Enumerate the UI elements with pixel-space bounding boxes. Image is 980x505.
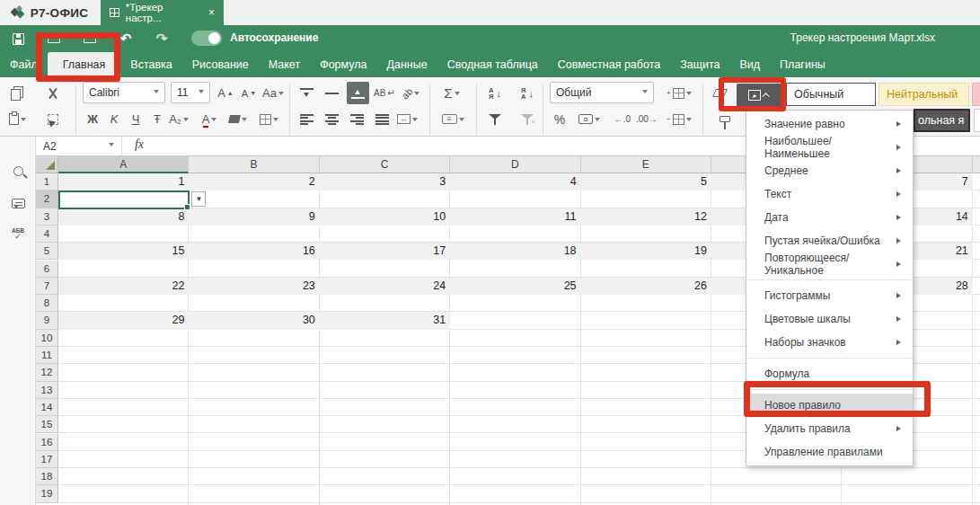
named-ranges-button[interactable]: ≡ <box>442 108 464 130</box>
paste-button[interactable] <box>7 108 27 130</box>
font-size-select[interactable]: 11 <box>171 82 210 103</box>
cf-menu-item[interactable]: Цветовые шкалы <box>746 307 913 331</box>
ribbon-tab-защита[interactable]: Защита <box>670 54 729 77</box>
row-header-16[interactable]: 16 <box>36 434 58 451</box>
tab-close-icon[interactable]: × <box>208 6 215 19</box>
cell-reference-box[interactable]: A2 <box>36 137 122 155</box>
filter-button[interactable] <box>485 108 505 130</box>
cf-menu-item[interactable]: Наборы значков <box>746 331 913 354</box>
insert-cells-button[interactable]: + <box>667 82 692 104</box>
row-header-18[interactable]: 18 <box>36 468 58 485</box>
row-header-8[interactable]: 8 <box>36 295 58 312</box>
orientation-button[interactable]: ab <box>401 82 420 104</box>
column-header-H[interactable]: H <box>973 156 980 173</box>
subscript-button[interactable]: A₂ <box>169 108 189 130</box>
cell-value[interactable]: 30 <box>189 312 319 329</box>
merge-cells-button[interactable]: ↔ <box>397 108 418 130</box>
bold-button[interactable]: Ж <box>83 108 102 130</box>
strikethrough-button[interactable]: Ŧ <box>147 108 167 130</box>
cell-dropdown-button[interactable]: ▼ <box>191 191 206 207</box>
increase-decimal-button[interactable]: .00→ <box>636 108 658 130</box>
delete-cells-button[interactable]: − <box>667 108 692 130</box>
selected-cell[interactable] <box>58 190 190 208</box>
align-bottom-button[interactable] <box>347 82 369 104</box>
row-header-5[interactable]: 5 <box>36 243 58 260</box>
decrease-decimal-button[interactable]: ←.0 <box>613 108 632 130</box>
cut-button[interactable] <box>43 82 63 104</box>
select-tool-button[interactable] <box>43 108 63 130</box>
row-header-13[interactable]: 13 <box>36 382 58 399</box>
app-logo[interactable]: Р7-ОФИС <box>0 0 99 25</box>
cell-value[interactable]: 10 <box>320 208 450 226</box>
row-header-19[interactable]: 19 <box>36 485 58 502</box>
autosum-button[interactable]: Σ <box>442 82 462 104</box>
cf-menu-item[interactable]: Текст <box>746 182 913 206</box>
search-button[interactable] <box>9 162 27 180</box>
cell-value[interactable]: 12 <box>581 208 711 226</box>
fx-icon[interactable]: fx <box>128 137 151 152</box>
cell-value[interactable]: 22 <box>58 278 189 295</box>
cf-menu-item[interactable]: Дата <box>746 206 913 229</box>
column-header-B[interactable]: B <box>189 156 319 173</box>
align-top-button[interactable] <box>296 82 316 104</box>
borders-button[interactable] <box>259 108 278 130</box>
ribbon-tab-совместная-работа[interactable]: Совместная работа <box>548 54 670 77</box>
row-header-17[interactable]: 17 <box>36 451 58 468</box>
row-header-9[interactable]: 9 <box>36 312 58 329</box>
cell-value[interactable]: 19 <box>581 243 711 260</box>
cell-style-normal[interactable]: Обычный <box>786 83 876 106</box>
cell-value[interactable]: 18 <box>450 243 580 260</box>
align-left-button[interactable] <box>296 108 316 130</box>
cell-value[interactable]: 16 <box>189 243 319 260</box>
cell-style-bad[interactable]: П <box>972 83 980 106</box>
clear-filter-button[interactable]: × <box>517 108 537 130</box>
align-center-button[interactable] <box>322 108 341 130</box>
row-header-2[interactable]: 2 <box>36 190 58 208</box>
cell-value[interactable]: 4 <box>450 173 580 190</box>
column-header-C[interactable]: C <box>320 156 450 173</box>
cf-menu-item[interactable]: Значение равно <box>746 112 913 136</box>
number-format-select[interactable]: Общий <box>550 82 654 103</box>
cell-value[interactable]: 8 <box>58 208 189 226</box>
cell-value[interactable]: 26 <box>581 278 711 295</box>
percent-style-button[interactable]: % <box>550 108 569 130</box>
comments-button[interactable] <box>9 194 27 212</box>
cell-style-check-cell[interactable]: ольная я <box>914 109 970 132</box>
currency-style-button[interactable]: ¤ <box>578 108 600 130</box>
cell-style-next[interactable]: Г <box>974 109 980 132</box>
column-header-A[interactable]: A <box>58 156 189 173</box>
cell-value[interactable]: 11 <box>450 208 580 226</box>
row-header-1[interactable]: 1 <box>36 173 58 190</box>
row-header-10[interactable]: 10 <box>36 330 58 347</box>
sort-ascending-button[interactable]: АЯ↓ <box>485 82 505 104</box>
cf-menu-item[interactable]: Наибольшее/Наименьшее <box>746 136 913 159</box>
spellcheck-button[interactable]: АБВ✓ <box>9 225 27 243</box>
underline-button[interactable]: Ч <box>126 108 146 130</box>
wrap-text-button[interactable]: АВ↵ <box>374 82 395 104</box>
ribbon-tab-вставка[interactable]: Вставка <box>120 54 181 77</box>
cell-value[interactable]: 15 <box>58 243 189 260</box>
align-middle-button[interactable] <box>322 82 341 104</box>
sort-descending-button[interactable]: ЯА↓ <box>517 82 537 104</box>
ribbon-tab-рисование[interactable]: Рисование <box>182 54 259 77</box>
cell-value[interactable]: 31 <box>320 312 450 329</box>
justify-button[interactable] <box>372 108 392 130</box>
ribbon-tab-плагины[interactable]: Плагины <box>770 54 835 77</box>
row-header-4[interactable]: 4 <box>36 226 58 243</box>
autosave-toggle[interactable] <box>191 31 222 46</box>
ribbon-tab-формула[interactable]: Формула <box>310 54 376 77</box>
redo-button[interactable]: ↷ <box>153 30 171 48</box>
ribbon-tab-сводная-таблица[interactable]: Сводная таблица <box>437 54 548 77</box>
fill-color-button[interactable] <box>228 108 248 130</box>
select-all-corner[interactable] <box>36 156 58 173</box>
row-header-6[interactable]: 6 <box>36 261 58 278</box>
cell-value[interactable]: 23 <box>189 278 319 295</box>
cell-style-neutral[interactable]: Нейтральный <box>878 83 969 106</box>
increase-font-button[interactable]: A▲ <box>216 82 235 104</box>
font-name-select[interactable]: Calibri <box>83 82 165 103</box>
row-header-12[interactable]: 12 <box>36 364 58 381</box>
align-right-button[interactable] <box>347 108 366 130</box>
italic-button[interactable]: K <box>104 108 124 130</box>
cell-value[interactable]: 9 <box>189 208 319 226</box>
cell-value[interactable]: 25 <box>450 278 580 295</box>
